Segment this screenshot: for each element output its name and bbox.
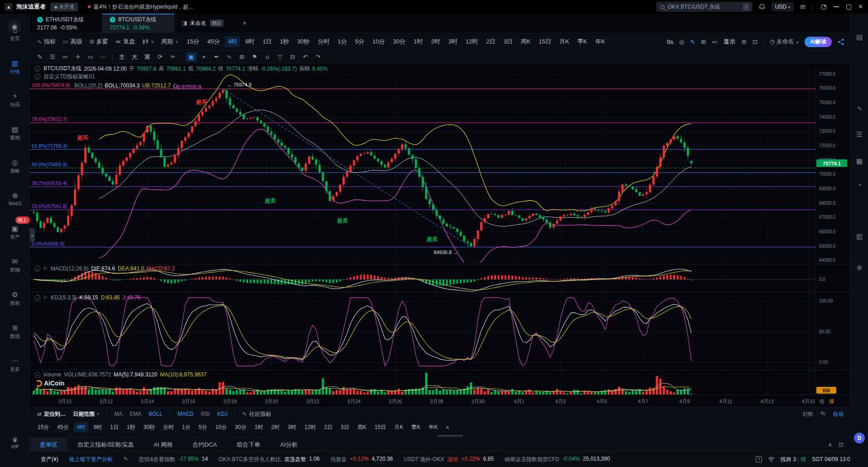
bottom-timeframe-季K[interactable]: 季K (408, 422, 424, 433)
replay-button[interactable]: ≪复盘 (115, 38, 135, 46)
status-item-usdt-premium[interactable]: USDT 场外-OKX溢价+0.22%6.85 (404, 456, 494, 463)
indicator-toggle-KDJ[interactable]: KDJ (217, 411, 227, 417)
status-item-onchain-analysis[interactable]: 链上链下资产分析 (69, 456, 113, 463)
main-chart-svg[interactable]: 77000.076000.075000.074000.073000.072000… (30, 63, 850, 407)
timeframe-2时[interactable]: 2时 (428, 36, 443, 47)
bottom-timeframe-分时[interactable]: 分时 (160, 422, 177, 433)
more-tools-icon[interactable]: ⋯ (98, 53, 109, 62)
line-status[interactable]: 线路 3 : 优 (781, 456, 806, 463)
bottom-timeframe-1时[interactable]: 1时 (251, 422, 266, 433)
wave-tool-icon[interactable]: ∿ (224, 53, 235, 62)
bell-icon[interactable] (759, 4, 765, 10)
status-item-long-short-ratio[interactable]: OKX-BTC多空持仓人数比震荡盘整1.06 (219, 456, 320, 463)
timeframe-4时[interactable]: 4时 (225, 36, 240, 47)
bottom-timeframe-2时[interactable]: 2时 (268, 422, 283, 433)
refresh-icon[interactable]: ⟳ (154, 53, 165, 62)
timeframe-15日[interactable]: 15日 (535, 36, 554, 47)
sidebar-item-数据[interactable]: ≣数据 (0, 324, 30, 340)
overlay-toggle-EMA[interactable]: EMA (130, 411, 141, 417)
close-timeframe-bar-button[interactable]: × (443, 423, 452, 432)
redo-icon[interactable]: ↷ (313, 53, 323, 62)
add-panel-icon[interactable]: ⊞ (701, 39, 706, 45)
auto-scale-toggle[interactable]: 自动 (833, 410, 844, 418)
flag-icon[interactable]: ⚑ (249, 53, 260, 62)
search-input[interactable]: OKX BTC/USDT 永续 / (656, 2, 752, 12)
gear-icon[interactable]: ⚙ (741, 39, 747, 45)
panel-tab-组合下单[interactable]: 组合下单 (227, 438, 270, 451)
window-close-button[interactable]: × (858, 3, 863, 10)
collapse-chevron-icon[interactable]: ⌄ (34, 295, 40, 301)
undo-icon[interactable]: ↶ (300, 53, 311, 62)
collapse-chevron-icon[interactable]: ⌄ (34, 266, 40, 272)
bottom-timeframe-周K[interactable]: 周K (354, 422, 370, 433)
announcement-text[interactable]: 返4%！炒石油合约就选Hyperliquid，超… (94, 3, 194, 11)
currency-select[interactable]: USD ▾ (772, 2, 794, 11)
pen-icon[interactable]: ✒ (211, 53, 222, 62)
alert-bell-icon[interactable]: ⚐ (43, 294, 48, 301)
timeframe-1时[interactable]: 1时 (410, 36, 426, 47)
bottom-timeframe-4时[interactable]: 4时 (74, 422, 89, 433)
timeframe-年K[interactable]: 年K (592, 36, 608, 47)
date-range-button[interactable]: 日期范围˅ (73, 410, 99, 418)
popout-panel-icon[interactable]: ⊡ (839, 441, 844, 448)
annotation-icon[interactable]: ▣ (186, 53, 197, 62)
bottom-timeframe-2日[interactable]: 2日 (321, 422, 336, 433)
bottom-timeframe-15日[interactable]: 15日 (371, 422, 389, 433)
timeframe-1秒[interactable]: 1秒 (277, 36, 292, 47)
timeframe-月K[interactable]: 月K (556, 36, 573, 47)
timeframe-1分[interactable]: 1分 (335, 36, 350, 47)
magnet-icon[interactable]: ∪ (262, 53, 273, 62)
layout-select[interactable]: ◷ 未命名 ∨ (770, 38, 799, 46)
mail-icon[interactable]: ✉ (800, 4, 805, 10)
timeframe-分时[interactable]: 分时 (315, 36, 333, 47)
symbol-tab-eth[interactable]: ϟETH/USDT永续 2177.06 -0.55% (30, 14, 102, 33)
timeframe-3时[interactable]: 3时 (445, 36, 460, 47)
add-window-icon[interactable]: ⊞ (236, 53, 247, 62)
grid-panel-icon[interactable]: ▦ (850, 157, 868, 165)
timeframe-45分[interactable]: 45分 (204, 36, 223, 47)
large-font-button[interactable]: 大 (129, 53, 140, 62)
bottom-timeframe-5分[interactable]: 5分 (196, 422, 211, 433)
gift-icon[interactable]: ⊕ (850, 264, 868, 272)
sidebar-collapse-handle[interactable]: ▸ (30, 228, 35, 242)
rectangle-tool-icon[interactable]: ▭ (85, 53, 96, 62)
timeframe-周K[interactable]: 周K (518, 36, 534, 47)
list-panel-icon[interactable]: ☰ (850, 130, 868, 139)
sidebar-item-首页[interactable]: ⌂首页 (0, 26, 30, 42)
filter-icon[interactable]: ▽ (275, 53, 285, 62)
timeframe-8时[interactable]: 8时 (242, 36, 257, 47)
overlay-toggle-BOLL[interactable]: BOLL (149, 411, 163, 417)
bottom-timeframe-1秒[interactable]: 1秒 (124, 422, 139, 433)
sidebar-item-要闻[interactable]: ▤要闻 (0, 125, 30, 141)
main-chart-button[interactable]: 主 (116, 53, 127, 62)
timeframe-季K[interactable]: 季K (574, 36, 590, 47)
history-icon[interactable]: ◔ (850, 181, 868, 189)
timeframe-10分[interactable]: 10分 (369, 36, 388, 47)
measure-icon[interactable]: ⌖ (198, 53, 209, 62)
advanced-button[interactable]: ▭高级 (63, 38, 82, 46)
panel-tab-AI 网格[interactable]: AI 网格 (144, 438, 183, 451)
crosshair-icon[interactable]: ✛ (72, 53, 83, 62)
community-indicator-button[interactable]: ✎社区指标 (242, 410, 271, 418)
bottom-timeframe-1日[interactable]: 1日 (107, 422, 122, 433)
timeframe-5分[interactable]: 5分 (352, 36, 367, 47)
ai-analysis-button[interactable]: AI解读 (805, 37, 832, 47)
bottom-timeframe-45分[interactable]: 45分 (54, 422, 72, 433)
timeframe-30秒[interactable]: 30秒 (294, 36, 313, 47)
percent-scale-toggle[interactable]: % (820, 410, 825, 418)
timeframe-3日[interactable]: 3日 (500, 36, 516, 47)
plan-badge[interactable]: ◆ 未开通 (50, 3, 78, 11)
timeframe-2日[interactable]: 2日 (483, 36, 498, 47)
settings-list-icon[interactable]: ≔ (712, 39, 718, 45)
multi-window-button[interactable]: ⊞多窗 (89, 38, 108, 46)
draw-pencil-icon[interactable]: ✎ (34, 53, 45, 62)
bottom-timeframe-30秒[interactable]: 30秒 (140, 422, 158, 433)
bottom-timeframe-12时[interactable]: 12时 (301, 422, 319, 433)
menu-lines-icon[interactable]: ☰ (47, 53, 58, 62)
draw-mode-icon[interactable]: ✎ (690, 39, 695, 45)
indicator-toggle-MACD[interactable]: MACD (178, 411, 193, 417)
bottom-timeframe-1分[interactable]: 1分 (179, 422, 194, 433)
sidebar-item-策略[interactable]: ◎策略 (0, 159, 30, 174)
status-item-assets[interactable]: 资产(¥) (41, 456, 58, 463)
window-layout-icon[interactable] (821, 5, 826, 10)
